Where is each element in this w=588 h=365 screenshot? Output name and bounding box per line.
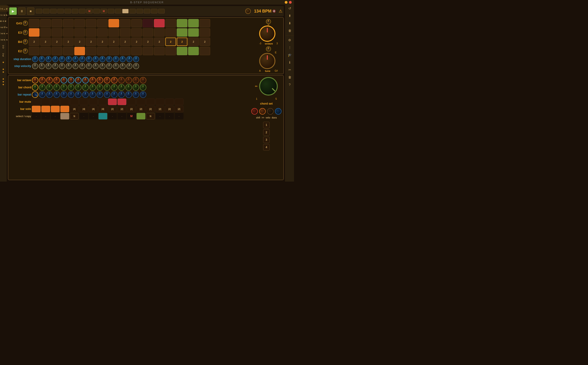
- transport-step[interactable]: [129, 9, 136, 14]
- step-right-knob-bottom[interactable]: [266, 46, 271, 51]
- bar-solo-value[interactable]: |4|: [89, 106, 98, 112]
- step-velocity-knob[interactable]: [39, 63, 45, 69]
- pad[interactable]: 2: [40, 38, 51, 46]
- transport-step[interactable]: [43, 9, 50, 14]
- bar-repeat-knob[interactable]: [97, 91, 103, 98]
- step-velocity-knob[interactable]: [113, 63, 119, 69]
- step-duration-knob[interactable]: [113, 56, 119, 62]
- bar-chord-knob[interactable]: [104, 84, 110, 91]
- volume-icon[interactable]: 🔇: [272, 9, 276, 13]
- step-duration-knob[interactable]: [133, 56, 139, 62]
- bar-solo-value[interactable]: |2|: [108, 106, 117, 112]
- bar-mute-pad[interactable]: [32, 98, 41, 105]
- pad[interactable]: 2: [143, 38, 153, 46]
- select-pad[interactable]: -: [156, 113, 164, 119]
- bottom-knob-dark[interactable]: [267, 108, 274, 115]
- select-pad[interactable]: -: [89, 113, 98, 119]
- transport-step[interactable]: [158, 9, 165, 14]
- pad[interactable]: [86, 47, 96, 55]
- step-velocity-knob[interactable]: [120, 63, 126, 69]
- tempo-knob[interactable]: [245, 8, 251, 14]
- tree-icon[interactable]: ⋮: [287, 45, 292, 50]
- bar-octave-knob[interactable]: [140, 77, 146, 84]
- pad[interactable]: [120, 28, 131, 37]
- step-duration-knob[interactable]: [86, 56, 92, 62]
- transport-step[interactable]: [93, 9, 100, 14]
- warning-icon[interactable]: ⚠: [279, 9, 282, 14]
- pad[interactable]: [74, 19, 85, 27]
- sidebar-item-star1[interactable]: ★: [2, 59, 5, 65]
- info-icon[interactable]: ℹ: [288, 60, 291, 65]
- transport-step[interactable]: [72, 9, 78, 14]
- bar-mute-pad[interactable]: [137, 98, 145, 105]
- pad[interactable]: [97, 47, 108, 55]
- pad[interactable]: [131, 28, 142, 37]
- transport-step-m2[interactable]: M: [101, 9, 107, 14]
- minimize-button[interactable]: [285, 1, 288, 4]
- pad-orange[interactable]: [74, 47, 85, 55]
- bar-chord-knob[interactable]: [82, 84, 89, 91]
- sidebar-item-bar[interactable]: BAR: [0, 18, 7, 24]
- pad[interactable]: [51, 28, 62, 37]
- bottom-knob-red[interactable]: [251, 108, 258, 115]
- bar-repeat-knob[interactable]: [46, 91, 53, 98]
- step-velocity-knob[interactable]: [73, 63, 79, 69]
- pad[interactable]: [40, 19, 51, 27]
- step-velocity-knob[interactable]: [32, 63, 38, 69]
- upload-icon[interactable]: ⬆: [288, 13, 292, 19]
- bar-repeat-knob[interactable]: [89, 91, 96, 98]
- transport-step-m1[interactable]: M: [86, 9, 93, 14]
- step-velocity-knob[interactable]: [86, 63, 92, 69]
- bar-octave-knob[interactable]: [39, 77, 45, 84]
- bar-repeat-knob[interactable]: [68, 91, 74, 98]
- pad[interactable]: [109, 47, 119, 55]
- pad[interactable]: 2: [29, 38, 39, 46]
- numbered-btn-2[interactable]: 2: [263, 129, 270, 136]
- pad[interactable]: [154, 28, 165, 37]
- bar-octave-knob[interactable]: [111, 77, 117, 84]
- select-pad[interactable]: -: [51, 113, 60, 119]
- pad[interactable]: [165, 19, 176, 27]
- select-pad-olive[interactable]: [137, 113, 145, 119]
- bar-solo-value[interactable]: |2|: [165, 106, 174, 112]
- pad[interactable]: 2: [154, 38, 165, 46]
- step-velocity-knob[interactable]: [52, 63, 58, 69]
- pad[interactable]: 2: [74, 38, 85, 46]
- transport-step[interactable]: [115, 9, 122, 14]
- step-duration-knob[interactable]: [45, 56, 51, 62]
- pad[interactable]: [165, 47, 176, 55]
- bar-solo-value[interactable]: |4|: [80, 106, 88, 112]
- download-icon[interactable]: ⬇: [288, 21, 292, 26]
- bar-repeat-knob[interactable]: [140, 91, 146, 98]
- select-pad[interactable]: -: [80, 113, 88, 119]
- pad[interactable]: 2: [86, 38, 96, 46]
- bar-repeat-knob[interactable]: [53, 91, 60, 98]
- numbered-btn-4[interactable]: 4: [263, 144, 270, 150]
- pad[interactable]: [143, 28, 153, 37]
- bar-chord-knob[interactable]: [111, 84, 117, 91]
- sidebar-item-seq[interactable]: SEQ#: [0, 24, 8, 30]
- bar-repeat-knob[interactable]: [118, 91, 125, 98]
- pad[interactable]: [120, 47, 131, 55]
- bar-chord-knob[interactable]: [140, 84, 146, 91]
- step-duration-knob[interactable]: [39, 56, 45, 62]
- pad[interactable]: [120, 19, 131, 27]
- octave-knob[interactable]: [259, 26, 276, 42]
- select-pad[interactable]: -: [165, 113, 174, 119]
- trash-icon[interactable]: 🗑: [287, 74, 292, 80]
- bar-chord-knob[interactable]: [118, 84, 125, 91]
- transport-step[interactable]: [151, 9, 157, 14]
- settings-icon[interactable]: ⚙: [287, 37, 292, 43]
- bar-octave-knob[interactable]: [97, 77, 103, 84]
- bar-mute-pad[interactable]: [80, 98, 88, 105]
- select-pad[interactable]: -: [175, 113, 183, 119]
- pad[interactable]: [40, 28, 51, 37]
- bar-octave-knob[interactable]: [61, 77, 67, 84]
- sidebar-item-step[interactable]: STEP: [0, 12, 8, 18]
- pad[interactable]: [29, 19, 39, 27]
- pad[interactable]: [63, 19, 74, 27]
- sidebar-item-rep2[interactable]: REP2: [0, 37, 8, 42]
- step-velocity-knob[interactable]: [106, 63, 112, 69]
- bar-octave-knob[interactable]: [82, 77, 89, 84]
- bar-chord-knob[interactable]: [61, 84, 67, 91]
